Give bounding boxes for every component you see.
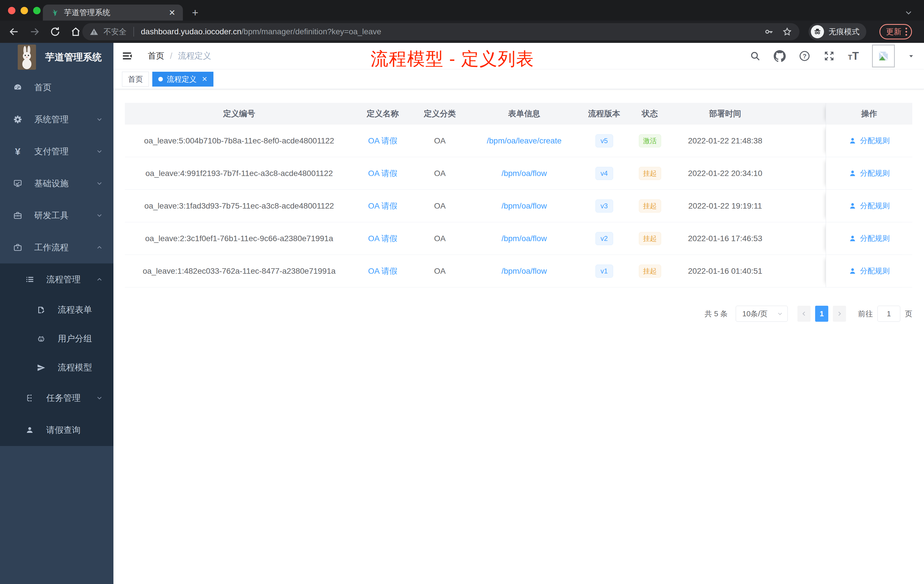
home-icon[interactable] [70, 26, 81, 37]
omnibox-divider [134, 27, 134, 36]
browser-tab[interactable]: 芋道管理系统 ✕ [43, 5, 183, 21]
new-tab-button[interactable]: + [192, 7, 198, 18]
search-icon[interactable] [750, 51, 761, 61]
address-bar[interactable]: 不安全 dashboard.yudao.iocoder.cn/bpm/manag… [82, 23, 799, 40]
sidebar-item-home[interactable]: 首页 [0, 71, 114, 104]
sidebar-item-infrastructure[interactable]: 基础设施 [0, 167, 114, 200]
definition-name-link[interactable]: OA 请假 [368, 266, 398, 277]
definition-table: 定义编号 定义名称 定义分类 表单信息 流程版本 状态 部署时间 操作 oa_l… [125, 103, 912, 287]
column-header-time: 部署时间 [672, 103, 778, 125]
bookmark-star-icon[interactable] [782, 27, 792, 36]
table-row: oa_leave:3:1fad3d93-7b75-11ec-a3c8-acde4… [125, 190, 912, 222]
fullscreen-icon[interactable] [823, 50, 835, 62]
cell-definition-id: oa_leave:2:3c1f0ef1-76b1-11ec-9c66-a2380… [125, 222, 353, 254]
sidebar-item-process-management[interactable]: 流程管理 [0, 264, 114, 295]
status-badge: 挂起 [639, 265, 661, 278]
definition-name-link[interactable]: OA 请假 [368, 201, 398, 211]
sidebar-item-label: 研发工具 [34, 210, 69, 221]
github-icon[interactable] [774, 50, 786, 62]
sidebar-item-workflow[interactable]: 工作流程 [0, 231, 114, 264]
assign-rule-button[interactable]: 分配规则 [848, 136, 890, 146]
sidebar-item-task-management[interactable]: 任务管理 [0, 382, 114, 414]
minimize-window-button[interactable] [21, 7, 28, 14]
definition-name-link[interactable]: OA 请假 [368, 233, 398, 244]
table-row: oa_leave:5:004b710b-7b8a-11ec-8ef0-acde4… [125, 125, 912, 157]
sidebar-item-payment[interactable]: ¥ 支付管理 [0, 135, 114, 167]
zoom-window-button[interactable] [33, 7, 41, 14]
assign-rule-button[interactable]: 分配规则 [848, 168, 890, 178]
form-link[interactable]: /bpm/oa/flow [502, 169, 547, 178]
cell-definition-id: oa_leave:3:1fad3d93-7b75-11ec-a3c8-acde4… [125, 190, 353, 222]
user-icon [848, 170, 856, 177]
avatar[interactable] [872, 45, 895, 68]
version-badge: v4 [596, 167, 613, 180]
goto-page-input[interactable] [878, 306, 900, 322]
assign-rule-button[interactable]: 分配规则 [848, 233, 890, 243]
goto-label: 前往 [858, 309, 873, 319]
password-key-icon[interactable] [764, 27, 774, 36]
cell-category: OA [412, 157, 468, 190]
font-size-icon[interactable]: TT [848, 50, 859, 62]
browser-update-button[interactable]: 更新 [879, 24, 912, 40]
assign-rule-button[interactable]: 分配规则 [848, 201, 890, 211]
tags-view-bar: 首页 流程定义 ✕ [114, 69, 924, 89]
sidebar-item-leave-query[interactable]: 请假查询 [0, 414, 114, 446]
security-warning-icon[interactable] [90, 27, 98, 36]
sidebar-item-devtools[interactable]: 研发工具 [0, 200, 114, 231]
active-dot [158, 77, 163, 81]
tab-close-icon[interactable]: ✕ [169, 8, 175, 17]
forward-icon[interactable] [29, 26, 40, 37]
reload-icon[interactable] [50, 26, 61, 37]
form-link[interactable]: /bpm/oa/leave/create [487, 136, 562, 145]
sidebar-item-user-group[interactable]: 用户分组 [0, 324, 114, 353]
next-page-button[interactable] [833, 306, 846, 322]
chevron-left-icon [801, 310, 807, 317]
form-link[interactable]: /bpm/oa/flow [502, 201, 547, 211]
breadcrumb-home[interactable]: 首页 [148, 50, 164, 62]
form-link[interactable]: /bpm/oa/flow [502, 234, 547, 243]
cell-category: OA [412, 190, 468, 222]
briefcase-icon [13, 243, 22, 252]
sidebar-item-system[interactable]: 系统管理 [0, 104, 114, 135]
hamburger-icon[interactable] [121, 50, 133, 62]
prev-page-button[interactable] [797, 306, 810, 322]
url-text[interactable]: dashboard.yudao.iocoder.cn/bpm/manager/d… [141, 27, 759, 36]
definition-name-link[interactable]: OA 请假 [368, 135, 398, 146]
chevron-down-icon [96, 116, 103, 123]
column-header-action: 操作 [826, 103, 912, 125]
tag-home[interactable]: 首页 [122, 72, 149, 87]
svg-text:?: ? [803, 53, 806, 60]
back-icon[interactable] [8, 26, 20, 37]
sidebar-item-label: 基础设施 [34, 178, 69, 190]
form-link[interactable]: /bpm/oa/flow [502, 267, 547, 276]
incognito-badge[interactable]: 无痕模式 [808, 23, 866, 40]
page-size-select[interactable]: 10条/页 [736, 306, 788, 322]
browser-menu-icon[interactable] [906, 28, 907, 36]
chevron-down-icon [96, 148, 103, 155]
tag-label: 首页 [128, 74, 143, 84]
definition-name-link[interactable]: OA 请假 [368, 168, 398, 179]
close-window-button[interactable] [8, 7, 15, 14]
version-badge: v1 [596, 265, 613, 278]
tab-search-chevron-icon[interactable] [904, 8, 912, 16]
help-icon[interactable]: ? [799, 50, 810, 62]
sidebar-menu: 首页 系统管理 ¥ 支付管理 基础设施 [0, 71, 114, 446]
user-icon [848, 202, 856, 210]
tag-close-icon[interactable]: ✕ [202, 75, 208, 83]
status-badge: 挂起 [639, 200, 661, 213]
cell-deploy-time: 2022-01-16 01:40:51 [672, 255, 778, 287]
favicon-sprout-icon [50, 8, 59, 17]
sidebar: 芋道管理系统 首页 系统管理 ¥ 支付管理 [0, 43, 114, 584]
sidebar-item-process-model[interactable]: 流程模型 [0, 353, 114, 382]
sidebar-logo[interactable]: 芋道管理系统 [0, 43, 114, 71]
avatar-caret-down-icon[interactable] [908, 53, 914, 59]
tag-process-definition[interactable]: 流程定义 ✕ [152, 72, 213, 87]
assign-rule-button[interactable]: 分配规则 [848, 266, 890, 276]
sidebar-item-process-form[interactable]: 流程表单 [0, 295, 114, 324]
security-label[interactable]: 不安全 [104, 26, 127, 37]
page-number-button[interactable]: 1 [815, 306, 828, 322]
cell-category: OA [412, 222, 468, 254]
version-badge: v3 [596, 200, 613, 213]
table-header-row: 定义编号 定义名称 定义分类 表单信息 流程版本 状态 部署时间 操作 [125, 103, 912, 125]
cell-category: OA [412, 125, 468, 157]
